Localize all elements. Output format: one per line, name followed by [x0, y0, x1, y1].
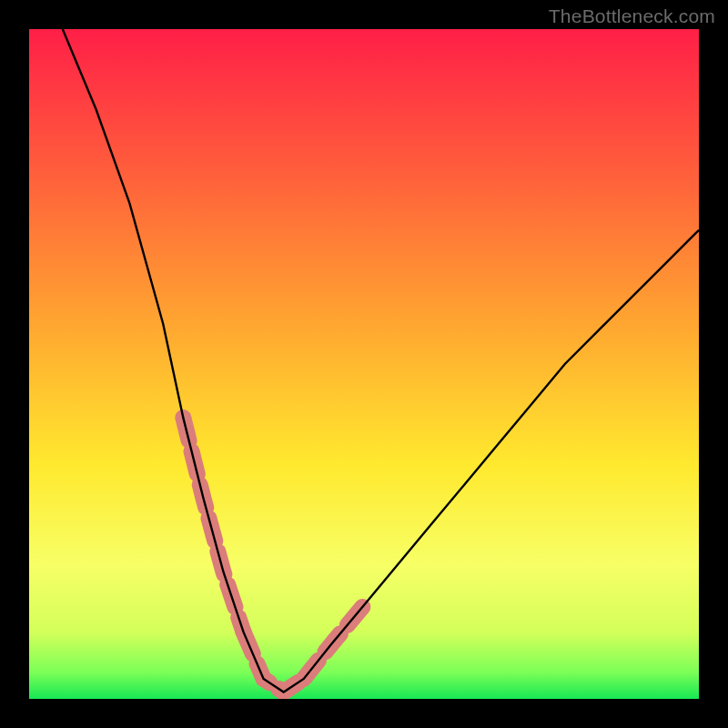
- watermark-text: TheBottleneck.com: [549, 5, 715, 27]
- curve-layer: [29, 29, 699, 699]
- bottleneck-curve: [63, 29, 699, 693]
- highlight-segment: [244, 632, 304, 692]
- chart-container: TheBottleneck.com: [0, 0, 728, 728]
- plot-area: [29, 29, 699, 699]
- highlight-segments: [183, 418, 364, 693]
